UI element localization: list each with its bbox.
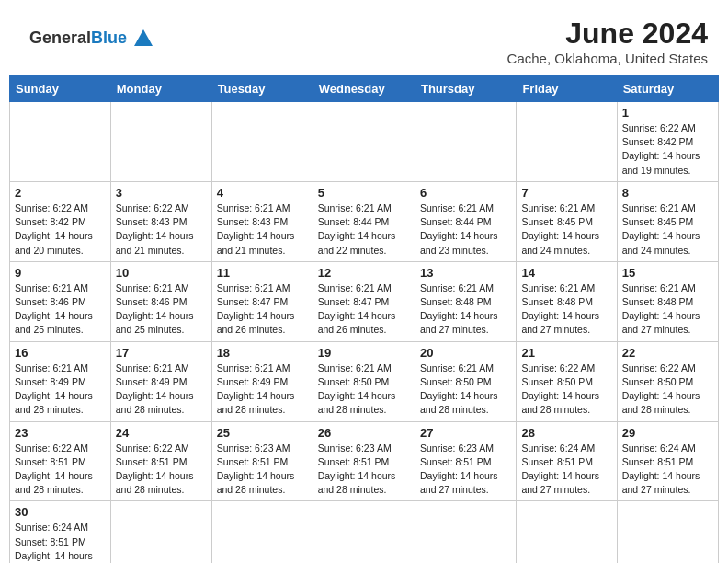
cell-info-line: Sunrise: 6:22 AM bbox=[15, 201, 106, 215]
cell-info-line: Sunrise: 6:21 AM bbox=[116, 282, 207, 295]
calendar-cell bbox=[110, 501, 211, 563]
svg-marker-0 bbox=[134, 29, 153, 46]
cell-info-line: and 21 minutes. bbox=[116, 244, 207, 258]
cell-info-line: and 25 minutes. bbox=[15, 323, 106, 337]
day-number: 10 bbox=[116, 266, 207, 280]
cell-info-line: Sunset: 8:46 PM bbox=[15, 295, 106, 309]
cell-info-line: Daylight: 14 hours bbox=[217, 389, 308, 403]
week-row-4: 16Sunrise: 6:21 AMSunset: 8:49 PMDayligh… bbox=[10, 341, 719, 421]
calendar-cell: 30Sunrise: 6:24 AMSunset: 8:51 PMDayligh… bbox=[10, 501, 111, 563]
calendar-cell: 4Sunrise: 6:21 AMSunset: 8:43 PMDaylight… bbox=[211, 181, 313, 261]
cell-info-line: Daylight: 14 hours bbox=[521, 389, 611, 403]
calendar-title: June 2024 bbox=[507, 17, 708, 51]
calendar-cell bbox=[415, 102, 516, 182]
day-number: 26 bbox=[318, 426, 410, 440]
calendar-cell: 2Sunrise: 6:22 AMSunset: 8:42 PMDaylight… bbox=[10, 181, 111, 261]
weekday-header-friday: Friday bbox=[517, 76, 617, 102]
cell-info-line: and 27 minutes. bbox=[622, 323, 713, 337]
cell-info-line: Sunset: 8:51 PM bbox=[217, 455, 308, 469]
weekday-header-wednesday: Wednesday bbox=[313, 76, 415, 102]
calendar-cell: 19Sunrise: 6:21 AMSunset: 8:50 PMDayligh… bbox=[313, 341, 415, 421]
cell-info-line: Sunrise: 6:22 AM bbox=[15, 442, 106, 455]
cell-info-line: Sunrise: 6:22 AM bbox=[116, 442, 207, 455]
day-number: 17 bbox=[116, 346, 207, 360]
cell-info-line: Sunrise: 6:21 AM bbox=[521, 201, 611, 215]
cell-info-line: Sunrise: 6:22 AM bbox=[116, 201, 207, 215]
cell-info-line: Sunrise: 6:23 AM bbox=[318, 442, 410, 455]
cell-info-line: Sunrise: 6:21 AM bbox=[217, 201, 308, 215]
cell-info-line: Daylight: 14 hours bbox=[217, 469, 308, 483]
weekday-header-tuesday: Tuesday bbox=[211, 76, 313, 102]
cell-info-line: Daylight: 14 hours bbox=[15, 549, 106, 563]
cell-info-line: and 28 minutes. bbox=[15, 483, 106, 497]
cell-info-line: Sunset: 8:47 PM bbox=[318, 295, 410, 309]
cell-info-line: Sunset: 8:50 PM bbox=[521, 375, 611, 389]
cell-info-line: Sunrise: 6:24 AM bbox=[622, 442, 713, 455]
cell-info-line: Sunset: 8:51 PM bbox=[420, 455, 511, 469]
cell-info-line: Daylight: 14 hours bbox=[217, 309, 308, 323]
calendar-cell bbox=[211, 102, 313, 182]
cell-info-line: and 19 minutes. bbox=[622, 164, 713, 178]
cell-info-line: Sunrise: 6:23 AM bbox=[217, 442, 308, 455]
cell-info-line: Daylight: 14 hours bbox=[217, 229, 308, 243]
cell-info-line: and 23 minutes. bbox=[420, 244, 511, 258]
cell-info-line: and 21 minutes. bbox=[217, 244, 308, 258]
day-number: 11 bbox=[217, 266, 308, 280]
calendar-table: SundayMondayTuesdayWednesdayThursdayFrid… bbox=[9, 75, 719, 563]
calendar-cell bbox=[517, 102, 617, 182]
cell-info-line: Daylight: 14 hours bbox=[622, 149, 713, 163]
calendar-cell: 23Sunrise: 6:22 AMSunset: 8:51 PMDayligh… bbox=[10, 421, 111, 501]
cell-info-line: and 28 minutes. bbox=[318, 483, 410, 497]
day-number: 2 bbox=[15, 186, 106, 200]
cell-info-line: Daylight: 14 hours bbox=[521, 469, 611, 483]
cell-info-line: Sunrise: 6:21 AM bbox=[217, 282, 308, 295]
cell-info-line: Sunset: 8:51 PM bbox=[622, 455, 713, 469]
day-number: 5 bbox=[318, 186, 410, 200]
day-number: 3 bbox=[116, 186, 207, 200]
calendar-cell: 27Sunrise: 6:23 AMSunset: 8:51 PMDayligh… bbox=[415, 421, 516, 501]
cell-info-line: Daylight: 14 hours bbox=[420, 309, 511, 323]
cell-info-line: Sunrise: 6:21 AM bbox=[318, 362, 410, 375]
cell-info-line: Sunrise: 6:21 AM bbox=[318, 201, 410, 215]
cell-info-line: Daylight: 14 hours bbox=[15, 469, 106, 483]
day-number: 23 bbox=[15, 426, 106, 440]
day-number: 24 bbox=[116, 426, 207, 440]
cell-info-line: and 28 minutes. bbox=[420, 403, 511, 417]
cell-info-line: Daylight: 14 hours bbox=[116, 309, 207, 323]
cell-info-line: Sunrise: 6:21 AM bbox=[420, 201, 511, 215]
cell-info-line: and 28 minutes. bbox=[521, 403, 611, 417]
day-number: 1 bbox=[622, 106, 713, 120]
day-number: 22 bbox=[622, 346, 713, 360]
calendar-cell: 6Sunrise: 6:21 AMSunset: 8:44 PMDaylight… bbox=[415, 181, 516, 261]
day-number: 27 bbox=[420, 426, 511, 440]
calendar-cell: 8Sunrise: 6:21 AMSunset: 8:45 PMDaylight… bbox=[617, 181, 718, 261]
day-number: 25 bbox=[217, 426, 308, 440]
cell-info-line: Daylight: 14 hours bbox=[318, 309, 410, 323]
calendar-cell: 17Sunrise: 6:21 AMSunset: 8:49 PMDayligh… bbox=[110, 341, 211, 421]
cell-info-line: and 28 minutes. bbox=[318, 403, 410, 417]
weekday-header-monday: Monday bbox=[110, 76, 211, 102]
calendar-cell: 26Sunrise: 6:23 AMSunset: 8:51 PMDayligh… bbox=[313, 421, 415, 501]
cell-info-line: and 28 minutes. bbox=[622, 403, 713, 417]
logo-icon bbox=[131, 26, 156, 52]
day-number: 21 bbox=[521, 346, 611, 360]
cell-info-line: Daylight: 14 hours bbox=[318, 469, 410, 483]
calendar-cell: 1Sunrise: 6:22 AMSunset: 8:42 PMDaylight… bbox=[617, 102, 718, 182]
cell-info-line: Sunset: 8:49 PM bbox=[15, 375, 106, 389]
cell-info-line: and 28 minutes. bbox=[116, 403, 207, 417]
day-number: 28 bbox=[521, 426, 611, 440]
calendar-cell bbox=[110, 102, 211, 182]
cell-info-line: and 27 minutes. bbox=[420, 483, 511, 497]
calendar-cell: 11Sunrise: 6:21 AMSunset: 8:47 PMDayligh… bbox=[211, 261, 313, 341]
calendar-cell: 18Sunrise: 6:21 AMSunset: 8:49 PMDayligh… bbox=[211, 341, 313, 421]
day-number: 7 bbox=[521, 186, 611, 200]
cell-info-line: Daylight: 14 hours bbox=[318, 229, 410, 243]
cell-info-line: Sunrise: 6:24 AM bbox=[521, 442, 611, 455]
cell-info-line: Sunrise: 6:21 AM bbox=[15, 282, 106, 295]
calendar-cell bbox=[211, 501, 313, 563]
cell-info-line: Sunset: 8:45 PM bbox=[622, 215, 713, 229]
cell-info-line: and 27 minutes. bbox=[521, 323, 611, 337]
day-number: 9 bbox=[15, 266, 106, 280]
cell-info-line: Daylight: 14 hours bbox=[420, 229, 511, 243]
cell-info-line: and 27 minutes. bbox=[521, 483, 611, 497]
